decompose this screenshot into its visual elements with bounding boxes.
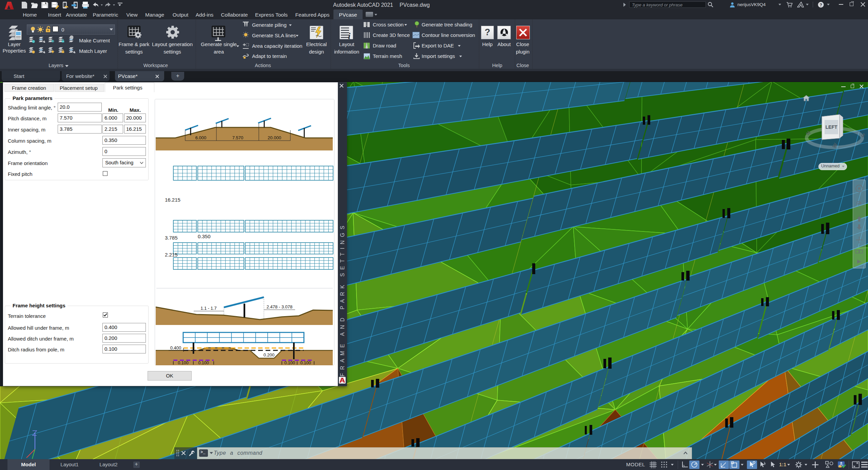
svg-text:0.200: 0.200 [264, 352, 275, 357]
svg-text:0.100: 0.100 [178, 361, 188, 365]
svg-text:2.478 - 3.078: 2.478 - 3.078 [267, 304, 293, 309]
svg-text:20.000: 20.000 [268, 135, 281, 140]
svg-text:6.000: 6.000 [195, 135, 207, 140]
svg-text:1.1 - 1.7: 1.1 - 1.7 [200, 306, 217, 311]
svg-text:0.400: 0.400 [170, 345, 181, 350]
svg-text:LEFT: LEFT [826, 124, 837, 130]
svg-text:0.100: 0.100 [300, 361, 311, 365]
svg-text:?: ? [819, 3, 822, 7]
svg-text:0.100: 0.100 [284, 361, 295, 365]
svg-text:7.570: 7.570 [232, 135, 244, 140]
svg-text:0.100: 0.100 [198, 361, 209, 365]
